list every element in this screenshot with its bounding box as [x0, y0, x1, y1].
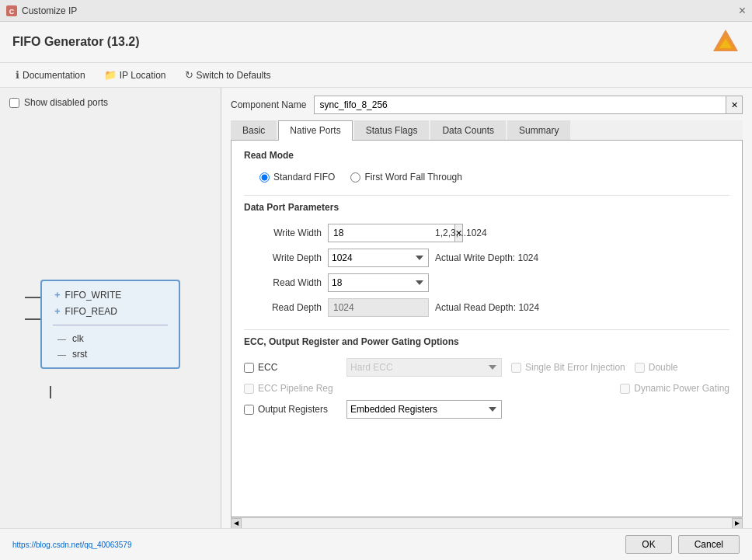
svg-text:C: C	[9, 8, 15, 16]
fifo-write-port: + FIFO_WRITE	[54, 289, 166, 301]
read-mode-section: Read Mode Standard FIFO First Word Fall …	[244, 150, 729, 183]
bottom-port-lines	[47, 386, 51, 398]
output-reg-row: Output Registers Embedded Registers Fabr…	[244, 400, 729, 419]
section-divider-1	[244, 195, 729, 196]
single-bit-error-label: Single Bit Error Injection	[511, 362, 625, 373]
app-logo	[712, 28, 740, 56]
srst-label: srst	[72, 349, 87, 360]
data-port-params-section: Data Port Parameters Write Width ✕ 1,2,3…	[244, 202, 729, 317]
write-depth-actual: Actual Write Depth: 1024	[435, 252, 538, 263]
ecc-checkbox[interactable]	[244, 363, 254, 373]
component-name-field-group: ✕	[314, 96, 743, 114]
read-width-label: Read Width	[244, 277, 322, 288]
output-reg-checkbox[interactable]	[244, 405, 254, 415]
dynamic-power-label: Dynamic Power Gating	[620, 383, 729, 394]
output-reg-select[interactable]: Embedded Registers Fabric Registers No R…	[346, 400, 502, 419]
ecc-pipeline-checkbox	[244, 384, 254, 394]
fifo-write-line	[25, 297, 40, 298]
tab-basic[interactable]: Basic	[231, 120, 277, 140]
ok-button[interactable]: OK	[625, 535, 671, 554]
single-bit-error-checkbox	[511, 363, 521, 373]
title-bar: C Customize IP ×	[0, 0, 752, 22]
diagram-box: + FIFO_WRITE + FIFO_READ — clk	[40, 280, 180, 369]
scroll-track[interactable]	[242, 518, 732, 528]
tab-native-ports[interactable]: Native Ports	[278, 120, 352, 141]
component-name-input[interactable]	[314, 96, 726, 114]
ecc-section: ECC, Output Register and Power Gating Op…	[244, 336, 729, 419]
ecc-type-select: Hard ECC Soft ECC No ECC	[346, 358, 502, 377]
dynamic-power-checkbox	[620, 384, 630, 394]
ecc-checkbox-label[interactable]: ECC	[244, 362, 337, 373]
fwft-label: First Word Fall Through	[364, 172, 462, 183]
bottom-scrollbar[interactable]: ◀ ▶	[231, 517, 743, 528]
show-disabled-label[interactable]: Show disabled ports	[24, 97, 108, 108]
component-name-clear-button[interactable]: ✕	[726, 96, 743, 114]
read-depth-label: Read Depth	[244, 302, 322, 313]
close-icon[interactable]: ×	[739, 5, 746, 17]
tab-status-flags[interactable]: Status Flags	[354, 120, 430, 140]
ecc-label: ECC	[258, 362, 277, 373]
ip-location-label: IP Location	[120, 70, 166, 81]
data-port-params-header: Data Port Parameters	[244, 202, 729, 216]
write-depth-row: Write Depth 256 512 1024 2048 4096 Actua…	[244, 249, 729, 267]
read-depth-actual: Actual Read Depth: 1024	[435, 302, 539, 313]
read-depth-input	[328, 298, 429, 317]
tabs-container: Basic Native Ports Status Flags Data Cou…	[231, 120, 743, 141]
tab-summary[interactable]: Summary	[507, 120, 570, 140]
tab-data-counts[interactable]: Data Counts	[430, 120, 506, 140]
fifo-read-label: FIFO_READ	[65, 306, 117, 317]
write-width-hint: 1,2,3,...1024	[435, 228, 487, 238]
location-icon: 📁	[104, 69, 117, 81]
title-bar-left: C Customize IP	[6, 5, 77, 16]
fifo-write-label: FIFO_WRITE	[65, 290, 122, 301]
read-mode-radio-group: Standard FIFO First Word Fall Through	[244, 172, 729, 183]
output-reg-label[interactable]: Output Registers	[244, 404, 337, 415]
scroll-right-button[interactable]: ▶	[732, 518, 743, 529]
write-width-label: Write Width	[244, 228, 322, 238]
srst-dash-icon: —	[57, 350, 66, 359]
footer: https://blog.csdn.net/qq_40063579 OK Can…	[0, 528, 752, 560]
read-depth-row: Read Depth Actual Read Depth: 1024	[244, 298, 729, 317]
read-width-select[interactable]: 8 9 16 18 32 36	[328, 273, 429, 292]
tab-content: Read Mode Standard FIFO First Word Fall …	[231, 141, 743, 517]
standard-fifo-option[interactable]: Standard FIFO	[259, 172, 335, 183]
write-depth-select[interactable]: 256 512 1024 2048 4096	[328, 249, 429, 267]
component-name-label: Component Name	[231, 99, 306, 110]
port-divider	[53, 325, 168, 325]
write-width-row: Write Width ✕ 1,2,3,...1024	[244, 224, 729, 242]
fwft-option[interactable]: First Word Fall Through	[350, 172, 462, 183]
footer-url: https://blog.csdn.net/qq_40063579	[12, 541, 619, 549]
srst-port: — srst	[54, 349, 166, 360]
refresh-icon: ↻	[185, 69, 193, 81]
clk-vertical-line	[50, 386, 51, 398]
diagram-inner: + FIFO_WRITE + FIFO_READ — clk	[40, 280, 180, 369]
ecc-row: ECC Hard ECC Soft ECC No ECC Single Bit …	[244, 358, 729, 377]
fwft-radio[interactable]	[350, 172, 360, 183]
show-disabled-checkbox[interactable]	[9, 98, 19, 108]
section-divider-2	[244, 329, 729, 330]
app-icon: C	[6, 5, 17, 16]
clk-label: clk	[72, 333, 84, 344]
ecc-pipeline-label: ECC Pipeline Reg	[244, 383, 337, 394]
left-port-lines	[25, 297, 40, 320]
ip-location-button[interactable]: 📁 IP Location	[101, 68, 169, 82]
app-title: FIFO Generator (13.2)	[12, 35, 140, 49]
content-area: Show disabled ports	[0, 88, 752, 528]
double-bit-error-label: Double	[635, 362, 678, 373]
component-name-row: Component Name ✕	[231, 96, 743, 114]
switch-defaults-label: Switch to Defaults	[197, 70, 271, 81]
standard-fifo-label: Standard FIFO	[273, 172, 335, 183]
cancel-button[interactable]: Cancel	[678, 535, 740, 554]
component-diagram: + FIFO_WRITE + FIFO_READ — clk	[9, 130, 211, 519]
read-mode-header: Read Mode	[244, 150, 729, 164]
standard-fifo-radio[interactable]	[259, 172, 270, 183]
left-panel: Show disabled ports	[0, 88, 221, 528]
fifo-read-line	[25, 318, 40, 320]
scroll-left-button[interactable]: ◀	[231, 518, 242, 529]
documentation-button[interactable]: ℹ Documentation	[12, 68, 89, 82]
write-width-field-group: ✕	[328, 224, 429, 242]
show-disabled-row: Show disabled ports	[9, 97, 211, 108]
switch-defaults-button[interactable]: ↻ Switch to Defaults	[182, 68, 274, 82]
write-depth-label: Write Depth	[244, 252, 322, 263]
ecc-right-options: Single Bit Error Injection Double	[511, 362, 678, 373]
